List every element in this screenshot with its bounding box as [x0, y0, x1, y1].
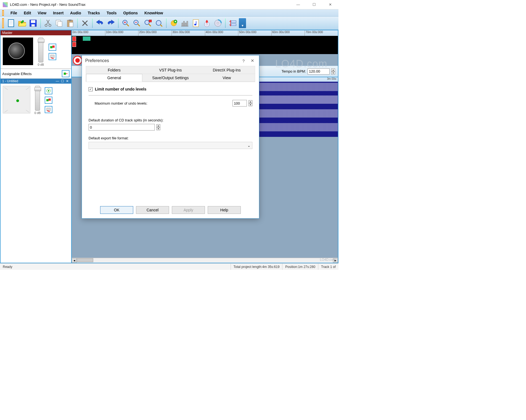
track1-db-label: 0 dB	[34, 111, 41, 115]
cd-split-input[interactable]	[89, 124, 155, 131]
track1-fx-chain-icon[interactable]	[45, 97, 52, 104]
delete-icon[interactable]	[80, 18, 90, 28]
scroll-left-button[interactable]: ◂	[72, 258, 77, 263]
export-format-dropdown[interactable]: ⌄	[89, 142, 252, 149]
menu-file[interactable]: File	[9, 10, 18, 16]
ruler-tick: 50m 00s:000	[238, 30, 271, 36]
track1-tools-icon[interactable]	[45, 106, 52, 113]
apply-button[interactable]: Apply	[172, 206, 205, 214]
ok-button[interactable]: OK	[100, 206, 133, 214]
undo-icon[interactable]	[95, 18, 105, 28]
menu-options[interactable]: Options	[122, 10, 139, 16]
master-fx-chain-icon[interactable]	[49, 44, 56, 51]
menu-audio[interactable]: Audio	[69, 10, 82, 16]
menu-knowhow[interactable]: KnowHow	[143, 10, 164, 16]
tab-general[interactable]: General	[86, 74, 142, 82]
track1-play-icon[interactable]	[45, 87, 52, 94]
svg-rect-13	[69, 22, 73, 27]
track-close-icon[interactable]: ✕	[65, 79, 70, 83]
open-folder-icon[interactable]	[17, 18, 27, 28]
add-fx-icon[interactable]	[169, 18, 179, 28]
waveform-clip[interactable]	[255, 82, 338, 137]
svg-point-26	[217, 22, 219, 24]
svg-point-24	[206, 23, 208, 25]
tempo-input[interactable]	[308, 68, 330, 75]
clip-segment[interactable]	[72, 36, 76, 41]
toolbar: ▾	[0, 17, 338, 30]
timeline-ruler[interactable]: 0m 00s:000 10m 00s:000 20m 00s:000 30m 0…	[72, 30, 338, 36]
svg-rect-1	[9, 21, 13, 22]
track-maximize-icon[interactable]: ☐	[60, 79, 65, 83]
master-volume-slider[interactable]	[38, 38, 43, 62]
cd-split-down[interactable]: ▼	[156, 127, 160, 130]
menu-edit[interactable]: Edit	[23, 10, 32, 16]
toolbar-grip[interactable]	[2, 18, 4, 28]
clip-segment[interactable]	[83, 36, 90, 41]
mixer-icon[interactable]	[180, 18, 190, 28]
record-button[interactable]	[73, 56, 82, 65]
zoom-fit-icon[interactable]	[154, 18, 164, 28]
track1-pan-pad[interactable]	[3, 86, 30, 113]
master-thumbnail[interactable]	[3, 38, 33, 65]
zoom-out-icon[interactable]	[132, 18, 142, 28]
svg-rect-32	[64, 73, 66, 75]
tab-view[interactable]: View	[199, 74, 255, 82]
timeline-tracks[interactable]	[72, 36, 338, 54]
tempo-up-button[interactable]: ▲	[331, 68, 335, 71]
toolbar-overflow[interactable]: ▾	[239, 18, 246, 28]
redo-icon[interactable]	[106, 18, 116, 28]
cancel-button[interactable]: Cancel	[136, 206, 169, 214]
max-undo-up[interactable]: ▲	[249, 100, 252, 103]
maximize-button[interactable]: ☐	[309, 1, 320, 8]
ruler-tick: 10m 00s:000	[105, 30, 138, 36]
effects-add-icon[interactable]	[62, 70, 70, 77]
copy-icon[interactable]	[54, 18, 64, 28]
dialog-help-button[interactable]: ?	[240, 57, 247, 64]
burn-icon[interactable]	[202, 18, 212, 28]
cut-icon[interactable]	[43, 18, 53, 28]
cd-icon[interactable]	[213, 18, 223, 28]
tab-folders[interactable]: Folders	[86, 66, 142, 74]
max-undo-input[interactable]	[233, 100, 247, 107]
svg-rect-17	[149, 20, 152, 22]
statusbar: Ready Total project length:4m 35s:619 Po…	[0, 263, 338, 270]
menu-view[interactable]: View	[37, 10, 48, 16]
track-minimize-icon[interactable]: —	[55, 79, 60, 83]
svg-rect-29	[50, 46, 52, 48]
paste-icon[interactable]	[65, 18, 75, 28]
menu-tools[interactable]: Tools	[105, 10, 118, 16]
zoom-selection-icon[interactable]	[143, 18, 153, 28]
tab-vst[interactable]: VST Plug-Ins	[142, 66, 199, 74]
align-icon[interactable]	[228, 18, 238, 28]
menubar-grip[interactable]	[2, 10, 4, 16]
master-tools-icon[interactable]	[49, 53, 56, 60]
track1-volume-slider[interactable]	[35, 86, 40, 111]
scroll-right-button[interactable]: ▸	[333, 258, 338, 263]
horizontal-scrollbar[interactable]: ◂ ▸	[72, 258, 338, 263]
cd-split-up[interactable]: ▲	[156, 124, 160, 127]
new-file-icon[interactable]	[6, 18, 16, 28]
left-panel: Master 0 dB Assignable Effects 1 - Untit…	[0, 30, 72, 263]
zoom-in-icon[interactable]	[121, 18, 131, 28]
svg-rect-12	[69, 20, 71, 21]
max-undo-label: Maximum number of undo levels:	[95, 101, 147, 105]
menu-insert[interactable]: Insert	[52, 10, 65, 16]
track1-label: 1 - Untitled	[2, 79, 18, 83]
help-button[interactable]: Help	[208, 206, 241, 214]
minimize-button[interactable]: —	[293, 1, 304, 8]
scroll-thumb[interactable]	[77, 258, 93, 262]
tab-save-output[interactable]: Save/Output Settings	[142, 74, 199, 82]
limit-undo-checkbox[interactable]	[89, 87, 93, 91]
tab-directx[interactable]: DirectX Plug-Ins	[199, 66, 255, 74]
dialog-close-button[interactable]: ✕	[249, 57, 256, 64]
save-disk-icon[interactable]	[28, 18, 38, 28]
max-undo-down[interactable]: ▼	[249, 103, 252, 106]
svg-rect-3	[9, 24, 13, 24]
clip-segment[interactable]	[72, 42, 76, 47]
svg-point-16	[145, 20, 149, 25]
menu-tracks[interactable]: Tracks	[87, 10, 101, 16]
note-icon[interactable]	[191, 18, 201, 28]
close-button[interactable]: ✕	[325, 1, 336, 8]
tempo-down-button[interactable]: ▼	[331, 71, 335, 75]
effects-label: Assignable Effects	[2, 72, 32, 76]
